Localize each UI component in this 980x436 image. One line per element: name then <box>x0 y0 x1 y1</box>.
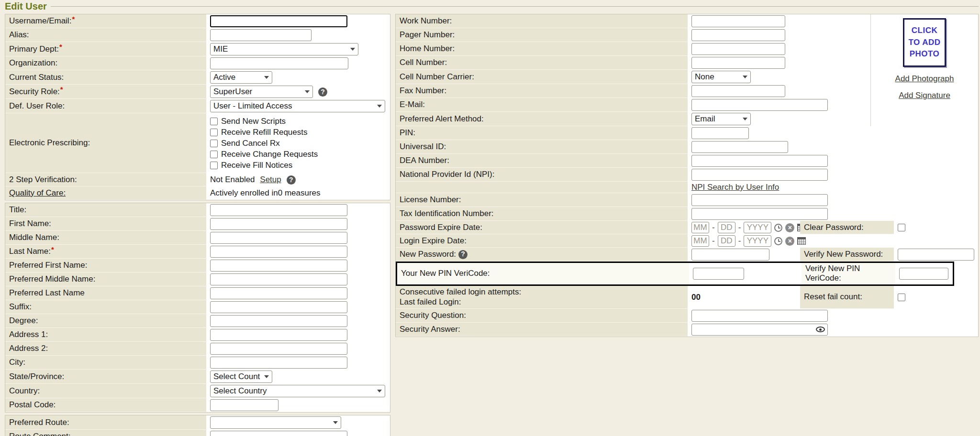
selected-value: MIE <box>213 44 228 54</box>
field-label: Consecutive failed login attempts:Last f… <box>396 286 688 309</box>
suffix-input[interactable] <box>210 301 347 313</box>
middle-name-input[interactable] <box>210 232 347 244</box>
login-expire-date-mm-input[interactable] <box>691 235 709 247</box>
field-cell <box>206 314 390 328</box>
password-expire-date-dd-input[interactable] <box>718 222 735 233</box>
address-2-input[interactable] <box>210 343 347 355</box>
fax-number-input[interactable] <box>691 85 785 97</box>
dea-number-input[interactable] <box>691 155 828 167</box>
work-number-input[interactable] <box>691 15 785 27</box>
cell-number-carrier-select[interactable]: None <box>691 71 751 83</box>
label-text: State/Province: <box>9 371 202 382</box>
add-photograph-link[interactable]: Add Photograph <box>895 74 954 84</box>
title-input[interactable] <box>210 204 347 216</box>
preferred-middle-name-input[interactable] <box>210 273 347 285</box>
field-cell: NPI Search by User Info <box>688 182 978 193</box>
add-photo-box[interactable]: CLICK TO ADD PHOTO <box>903 18 946 67</box>
receive-fill-notices-checkbox[interactable] <box>210 162 218 169</box>
clock-icon[interactable] <box>774 224 782 232</box>
calendar-icon[interactable] <box>797 237 806 245</box>
verify-new-pin-vericode-input[interactable] <box>899 268 948 280</box>
state-province-select[interactable]: Select Country <box>210 371 272 383</box>
field-cell <box>206 14 390 28</box>
eye-icon[interactable] <box>816 327 825 332</box>
setup-link[interactable]: Setup <box>260 175 281 185</box>
add-signature-link[interactable]: Add Signature <box>899 91 950 100</box>
receive-refill-requests-checkbox[interactable] <box>210 129 218 136</box>
pager-number-input[interactable] <box>691 29 785 41</box>
field-cell <box>688 207 978 221</box>
clear-date-icon[interactable]: × <box>785 237 794 246</box>
field-label: New Password:? <box>396 248 688 262</box>
last-name-row: Last Name:* <box>5 245 390 259</box>
label-caption: Universal ID: <box>400 142 446 152</box>
security-question-input[interactable] <box>691 310 828 322</box>
new-password-input[interactable] <box>691 249 769 261</box>
organization-input[interactable] <box>210 57 348 69</box>
tax-identification-number-input[interactable] <box>691 208 828 220</box>
username-email-input[interactable] <box>210 15 347 27</box>
preferred-first-name-input[interactable] <box>210 260 347 272</box>
cell-number-input[interactable] <box>691 57 785 69</box>
password-expire-date-mm-input[interactable] <box>691 222 709 233</box>
your-new-pin-vericode-input[interactable] <box>693 268 744 280</box>
current-status-select[interactable]: Active <box>210 71 272 84</box>
clear-date-icon[interactable]: × <box>785 223 794 232</box>
address-1-input[interactable] <box>210 329 347 341</box>
degree-input[interactable] <box>210 315 347 327</box>
field-label: Tax Identification Number: <box>396 207 688 221</box>
label-text: Consecutive failed login attempts: <box>400 287 684 297</box>
home-number-input[interactable] <box>691 43 785 55</box>
reset-fail-count-checkbox[interactable] <box>898 294 905 301</box>
field-label: Security Answer: <box>396 323 688 337</box>
password-expire-date-yyyy-input[interactable] <box>744 222 771 233</box>
security-answer-input[interactable] <box>691 324 828 336</box>
send-new-scripts-checkbox[interactable] <box>210 118 218 125</box>
field-cell <box>206 328 390 342</box>
license-number-input[interactable] <box>691 194 828 206</box>
preferred-route-select[interactable] <box>210 416 341 429</box>
npi-search-by-user-info-link[interactable]: NPI Search by User Info <box>691 183 779 192</box>
field-cell <box>894 221 978 234</box>
input-wrap <box>210 57 348 69</box>
clear-password-checkbox[interactable] <box>898 224 905 231</box>
postal-code-input[interactable] <box>210 399 278 411</box>
preferred-last-name-input[interactable] <box>210 287 347 299</box>
help-icon[interactable]: ? <box>458 250 468 259</box>
city-input[interactable] <box>210 357 347 369</box>
field-label: Preferred First Name: <box>5 259 206 272</box>
label-caption[interactable]: Quality of Care: <box>9 188 66 198</box>
input-wrap <box>691 249 769 261</box>
pin-input[interactable] <box>691 127 749 139</box>
field-cell <box>688 168 978 182</box>
national-provider-id-npi-input[interactable] <box>691 169 828 181</box>
e-mail-input[interactable] <box>691 99 828 111</box>
first-name-input[interactable] <box>210 218 347 230</box>
security-role-select[interactable]: SuperUser <box>210 86 313 98</box>
field-cell <box>206 398 390 412</box>
country-select[interactable]: Select Country <box>210 385 385 397</box>
route-comment-input[interactable] <box>210 431 347 436</box>
send-cancel-rx-checkbox[interactable] <box>210 140 218 147</box>
label-caption: Security Answer: <box>400 324 460 334</box>
verify-new-password-input[interactable] <box>898 249 974 261</box>
field-cell <box>688 323 978 337</box>
label-caption: Suffix: <box>9 302 32 312</box>
right-column: Work Number:Pager Number:Home Number:Cel… <box>395 14 979 337</box>
home-number-row: Home Number: <box>396 42 870 56</box>
clock-icon[interactable] <box>774 237 782 245</box>
universal-id-input[interactable] <box>691 141 788 153</box>
receive-change-requests-checkbox[interactable] <box>210 151 218 158</box>
last-name-input[interactable] <box>210 246 347 258</box>
field-cell <box>688 140 978 154</box>
help-icon[interactable]: ? <box>318 87 327 97</box>
alias-input[interactable] <box>210 29 312 41</box>
login-expire-date-yyyy-input[interactable] <box>744 235 771 247</box>
def-user-role-select[interactable]: User - Limited Access <box>210 100 385 112</box>
preferred-alert-method-select[interactable]: Email <box>691 113 751 125</box>
login-expire-date-dd-input[interactable] <box>718 235 735 247</box>
label-caption: PIN: <box>400 128 415 138</box>
help-icon[interactable]: ? <box>287 175 296 185</box>
username-email-row: Username/Email:* <box>5 14 390 28</box>
primary-dept-select[interactable]: MIE <box>210 43 358 55</box>
